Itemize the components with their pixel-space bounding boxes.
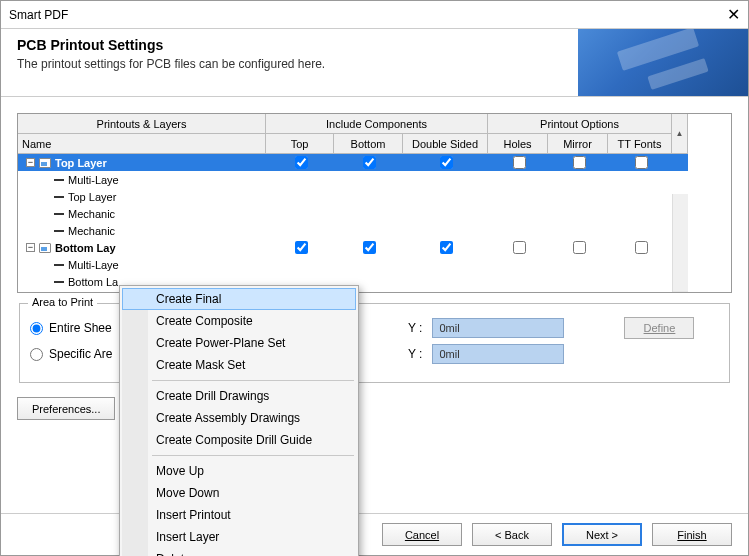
wizard-footer: Cancel < Back Next > Finish bbox=[1, 513, 748, 555]
col-top[interactable]: Top bbox=[266, 134, 334, 154]
layer-label: Bottom La bbox=[68, 276, 118, 288]
col-mirror[interactable]: Mirror bbox=[548, 134, 608, 154]
preferences-button[interactable]: Preferences... bbox=[17, 397, 115, 420]
entire-sheet-label: Entire Shee bbox=[49, 321, 112, 335]
vertical-scrollbar[interactable]: ▼ bbox=[672, 194, 688, 293]
col-group-options[interactable]: Printout Options bbox=[488, 114, 672, 134]
ctx-move-down[interactable]: Move Down bbox=[122, 482, 356, 504]
layer-row[interactable]: Multi-Laye bbox=[18, 256, 688, 273]
scroll-up-icon[interactable]: ▲ bbox=[672, 114, 688, 154]
mirror-checkbox[interactable] bbox=[573, 241, 586, 254]
ctx-insert-printout[interactable]: Insert Printout bbox=[122, 504, 356, 526]
cancel-button[interactable]: Cancel bbox=[382, 523, 462, 546]
close-icon[interactable]: ✕ bbox=[727, 5, 740, 24]
double_sided-checkbox[interactable] bbox=[440, 241, 453, 254]
tt_fonts-checkbox[interactable] bbox=[635, 241, 648, 254]
ctx-create-drill-drawings[interactable]: Create Drill Drawings bbox=[122, 385, 356, 407]
window-title: Smart PDF bbox=[9, 8, 68, 22]
col-holes[interactable]: Holes bbox=[488, 134, 548, 154]
layer-label: Mechanic bbox=[68, 225, 115, 237]
layer-dash-icon bbox=[54, 230, 64, 232]
ctx-separator bbox=[152, 455, 354, 456]
wizard-header: PCB Printout Settings The printout setti… bbox=[1, 29, 748, 97]
define-button[interactable]: Define bbox=[624, 317, 694, 339]
printout-label: Bottom Lay bbox=[55, 242, 116, 254]
mirror-checkbox[interactable] bbox=[573, 156, 586, 169]
layer-dash-icon bbox=[54, 196, 64, 198]
tt_fonts-checkbox[interactable] bbox=[635, 156, 648, 169]
top-checkbox[interactable] bbox=[295, 156, 308, 169]
layer-label: Multi-Laye bbox=[68, 259, 119, 271]
y-label-2: Y : bbox=[408, 347, 422, 361]
smart-pdf-window: Smart PDF ✕ PCB Printout Settings The pr… bbox=[0, 0, 749, 556]
layer-dash-icon bbox=[54, 179, 64, 181]
layer-row[interactable]: Mechanic bbox=[18, 222, 688, 239]
col-bottom[interactable]: Bottom bbox=[334, 134, 403, 154]
finish-button[interactable]: Finish bbox=[652, 523, 732, 546]
y1-field[interactable]: 0mil bbox=[432, 318, 564, 338]
ctx-create-composite[interactable]: Create Composite bbox=[122, 310, 356, 332]
ctx-move-up[interactable]: Move Up bbox=[122, 460, 356, 482]
scroll-down-icon[interactable]: ▼ bbox=[673, 291, 688, 293]
layer-label: Mechanic bbox=[68, 293, 115, 294]
layer-label: Multi-Laye bbox=[68, 174, 119, 186]
ctx-delete[interactable]: Delete bbox=[122, 548, 356, 556]
ctx-create-mask[interactable]: Create Mask Set bbox=[122, 354, 356, 376]
layer-dash-icon bbox=[54, 281, 64, 283]
double_sided-checkbox[interactable] bbox=[440, 156, 453, 169]
printouts-grid[interactable]: Printouts & Layers Include Components Pr… bbox=[17, 113, 732, 293]
context-menu[interactable]: Create Final Create Composite Create Pow… bbox=[119, 285, 359, 556]
specific-area-label: Specific Are bbox=[49, 347, 112, 361]
bottom-checkbox[interactable] bbox=[363, 156, 376, 169]
printout-row[interactable]: −Bottom Lay bbox=[18, 239, 688, 256]
collapse-icon[interactable]: − bbox=[26, 158, 35, 167]
col-group-include[interactable]: Include Components bbox=[266, 114, 488, 134]
printout-row[interactable]: −Top Layer bbox=[18, 154, 688, 171]
col-ttfonts[interactable]: TT Fonts bbox=[608, 134, 672, 154]
ctx-create-assembly[interactable]: Create Assembly Drawings bbox=[122, 407, 356, 429]
printout-icon bbox=[39, 243, 51, 253]
next-button[interactable]: Next > bbox=[562, 523, 642, 546]
col-group-printouts[interactable]: Printouts & Layers bbox=[18, 114, 266, 134]
collapse-icon[interactable]: − bbox=[26, 243, 35, 252]
layer-label: Mechanic bbox=[68, 208, 115, 220]
ctx-create-composite-drill[interactable]: Create Composite Drill Guide bbox=[122, 429, 356, 451]
specific-area-radio[interactable] bbox=[30, 348, 43, 361]
holes-checkbox[interactable] bbox=[513, 156, 526, 169]
ctx-insert-layer[interactable]: Insert Layer bbox=[122, 526, 356, 548]
printout-icon bbox=[39, 158, 51, 168]
layer-row[interactable]: Top Layer bbox=[18, 188, 688, 205]
layer-dash-icon bbox=[54, 213, 64, 215]
layer-row[interactable]: Mechanic bbox=[18, 205, 688, 222]
wizard-body: Printouts & Layers Include Components Pr… bbox=[1, 97, 748, 513]
printout-label: Top Layer bbox=[55, 157, 107, 169]
header-decoration bbox=[578, 29, 748, 97]
holes-checkbox[interactable] bbox=[513, 241, 526, 254]
bottom-checkbox[interactable] bbox=[363, 241, 376, 254]
y2-field[interactable]: 0mil bbox=[432, 344, 564, 364]
ctx-create-final[interactable]: Create Final bbox=[122, 288, 356, 310]
area-legend: Area to Print bbox=[28, 296, 97, 308]
layer-row[interactable]: Multi-Laye bbox=[18, 171, 688, 188]
layer-dash-icon bbox=[54, 264, 64, 266]
col-name[interactable]: Name bbox=[18, 134, 266, 154]
titlebar: Smart PDF ✕ bbox=[1, 1, 748, 29]
y-label-1: Y : bbox=[408, 321, 422, 335]
layer-label: Top Layer bbox=[68, 191, 116, 203]
top-checkbox[interactable] bbox=[295, 241, 308, 254]
entire-sheet-radio[interactable] bbox=[30, 322, 43, 335]
ctx-create-power-plane[interactable]: Create Power-Plane Set bbox=[122, 332, 356, 354]
col-double-sided[interactable]: Double Sided bbox=[403, 134, 488, 154]
back-button[interactable]: < Back bbox=[472, 523, 552, 546]
ctx-separator bbox=[152, 380, 354, 381]
grid-body[interactable]: ▼ −Top LayerMulti-LayeTop LayerMechanicM… bbox=[18, 154, 688, 293]
